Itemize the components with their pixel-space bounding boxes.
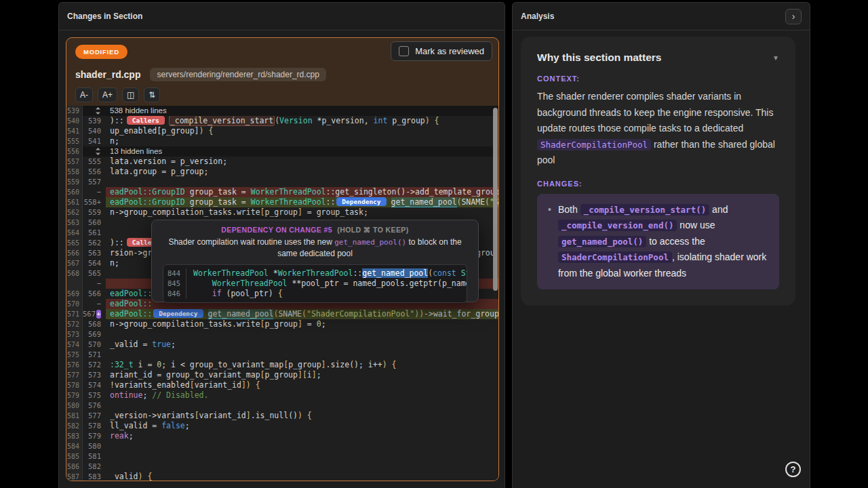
code-token: ] (298, 207, 302, 217)
inline-code: get_named_pool() (334, 238, 406, 247)
line-number-gutter: 562 (83, 238, 106, 248)
code-token: p_group (265, 319, 298, 329)
dependency-highlight: get_named_pool (208, 309, 274, 319)
diff-row: 557555lata.version = p_version; (66, 157, 498, 167)
diff-row-body: 538 hidden lines (83, 106, 498, 116)
vertical-scrollbar-thumb[interactable] (493, 108, 498, 291)
diff-row-body: 567+eadPool::Dependencyget_named_pool(SN… (83, 309, 498, 319)
line-number-gutter: 571 (83, 350, 106, 360)
code-token: variant_id (199, 411, 246, 420)
old-line-number: 576 (66, 360, 83, 370)
diff-row: 576572:32_t i = 0; i < group_to_variant_… (66, 360, 498, 370)
font-increase-button[interactable]: A+ (98, 87, 117, 102)
reviewed-checkbox[interactable] (399, 46, 409, 56)
code-token: ; (185, 421, 190, 430)
old-line-number: 565 (66, 238, 83, 248)
code-token: ( (485, 197, 490, 207)
callers-badge[interactable]: Callers (127, 116, 165, 125)
line-number-gutter: 556 (83, 167, 106, 177)
line-number-gutter: 565 (83, 268, 106, 279)
line-number-gutter: 541 (83, 136, 106, 146)
split-view-icon[interactable]: ◫ (122, 87, 139, 102)
code-token: true (152, 340, 171, 349)
mark-as-reviewed-control[interactable]: Mark as reviewed (391, 41, 492, 61)
diff-row: 579575ontinue; // Disabled. (66, 390, 498, 401)
selected-symbol: get_named_pool (362, 268, 428, 278)
diff-row-body: 571 (83, 350, 498, 360)
snippet-line-number: 846 (163, 289, 186, 299)
code-token (193, 289, 212, 298)
code-line: _version->variants[variant_id].is_null()… (106, 411, 498, 421)
old-line-number: 555 (66, 136, 83, 146)
code-token: p_group (387, 116, 425, 125)
line-number-gutter: 573 (83, 370, 106, 380)
old-line-number: 541 (66, 126, 83, 136)
diff-row-body: 558+eadPool::GroupID group_task = Worker… (83, 197, 498, 207)
dependency-badge[interactable]: Dependency (153, 309, 203, 318)
code-token: int (374, 116, 388, 125)
diff-row: 582578ll_valid = false; (66, 421, 498, 431)
code-token: ][ (298, 370, 307, 380)
analysis-panel-header: Analysis › (513, 3, 810, 30)
code-line: ontinue; // Disabled. (106, 390, 498, 401)
diff-row-body: 13 hidden lines (83, 146, 498, 157)
help-button[interactable]: ? (785, 462, 801, 477)
diff-row-body: 574!variants_enabled[variant_id]) { (83, 380, 498, 390)
code-line: )::Callers_compile_version_start(Version… (106, 116, 498, 126)
code-token: reak (110, 431, 129, 441)
code-token: n->group_compilation_tasks.write (110, 207, 260, 217)
line-number-gutter: 579 (83, 431, 106, 441)
code-token: SNAME (461, 197, 485, 207)
code-token: ):: (110, 238, 124, 247)
code-token: SNAME (278, 309, 302, 319)
chevron-right-icon[interactable]: › (785, 9, 802, 24)
snippet-row: 844WorkerThreadPool *WorkerThreadPool::g… (163, 268, 467, 279)
code-token: ] (312, 370, 317, 380)
code-token: ariant_id = group_to_variant_map (110, 370, 260, 380)
app-root: Changes in Section MODIFIED Mark as revi… (0, 0, 868, 488)
old-line-number: 564 (66, 228, 83, 238)
code-token: _version->variants (110, 411, 195, 420)
diff-row: 586582 (66, 462, 498, 472)
code-token (456, 268, 461, 278)
old-line-number: 562 (66, 207, 83, 218)
unfold-icon (95, 148, 101, 155)
analysis-card-title-row[interactable]: Why this section matters ▼ (537, 52, 779, 64)
code-token: const (433, 268, 456, 278)
code-token: WorkerThreadPool (251, 187, 326, 197)
code-token: ] (321, 360, 326, 369)
chevron-down-icon[interactable]: ▼ (772, 54, 779, 62)
old-line-number: 586 (66, 462, 83, 472)
line-number-gutter: 577 (83, 411, 106, 421)
code-line: eadPool::GroupID group_task = WorkerThre… (106, 187, 498, 197)
code-line (106, 441, 498, 451)
old-line-number: 569 (66, 289, 83, 299)
snippet-code-line: WorkerThreadPool *WorkerThreadPool::get_… (186, 268, 467, 279)
diff-code-area: 539538 hidden lines540539)::Callers_comp… (66, 106, 498, 481)
code-token: = group_task; (302, 207, 368, 217)
code-token: variant_id (195, 380, 241, 390)
diff-row-body: 556lata.group = p_group; (83, 167, 498, 177)
code-token: up_enabled[p_group] (110, 126, 199, 136)
dependency-badge[interactable]: Dependency (336, 197, 386, 206)
code-line: _valid = true; (106, 340, 498, 350)
diff-row-body: 569 (83, 329, 498, 340)
diff-row: 575571 (66, 350, 498, 360)
old-line-number: 581 (66, 411, 83, 421)
diff-row: 580576 (66, 401, 498, 411)
tooltip-hint: (HOLD ⌘ TO KEEP) (337, 226, 408, 234)
old-line-number: 567 (66, 258, 83, 268)
hidden-lines-row[interactable]: 55613 hidden lines (66, 146, 498, 157)
diff-row-body: 570_valid = true; (83, 340, 498, 350)
swap-view-icon[interactable]: ⇅ (144, 87, 160, 102)
code-token: ) { (138, 472, 153, 481)
code-token: eadPool:: (110, 289, 152, 298)
code-token: ; (321, 319, 326, 329)
snippet-code-line: if (pool_ptr) { (186, 289, 467, 299)
old-line-number: 558 (66, 167, 83, 177)
font-decrease-button[interactable]: A- (75, 87, 93, 102)
code-token: .size(); i++ (326, 360, 382, 369)
file-row: shader_rd.cpp servers/rendering/renderer… (75, 68, 490, 81)
code-token: ] (246, 411, 251, 420)
hidden-lines-row[interactable]: 539538 hidden lines (66, 106, 498, 116)
